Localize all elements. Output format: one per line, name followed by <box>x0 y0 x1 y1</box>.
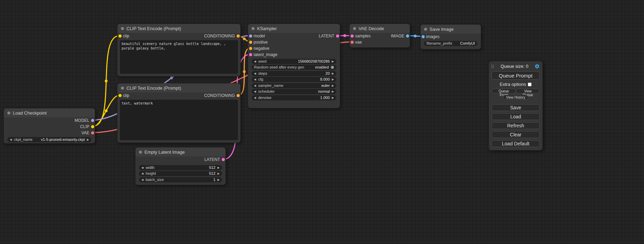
latent-output-dot[interactable] <box>336 35 339 38</box>
scheduler-widget[interactable]: ◀ scheduler normal ▶ <box>252 89 336 94</box>
width-widget[interactable]: ◀ width 512 ▶ <box>139 165 222 170</box>
sampler-name-widget[interactable]: ◀ sampler_name euler ▶ <box>252 83 336 88</box>
queue-front-button[interactable]: Queue Front <box>492 89 516 93</box>
vae-input-dot[interactable] <box>351 41 354 44</box>
input-slot-images: images <box>421 34 481 40</box>
collapse-dot-icon[interactable] <box>139 151 142 154</box>
prev-arrow-icon[interactable]: ◀ <box>10 137 12 142</box>
node-clip-text-encode-positive[interactable]: CLIP Text Encode (Prompt) clip CONDITION… <box>117 24 241 76</box>
node-clip-text-encode-negative[interactable]: CLIP Text Encode (Prompt) clip CONDITION… <box>117 83 241 143</box>
increment-arrow-icon[interactable]: ▶ <box>218 177 220 182</box>
widget-label: width <box>145 165 155 170</box>
widget-value: 20 <box>326 71 330 76</box>
increment-arrow-icon[interactable]: ▶ <box>218 171 220 176</box>
prompt-textarea[interactable]: text, watermark <box>120 100 238 140</box>
decrement-arrow-icon[interactable]: ◀ <box>141 171 143 176</box>
toggle-dot-icon[interactable] <box>331 66 334 69</box>
node-save-image[interactable]: Save Image images filename_prefix ComfyU… <box>420 24 481 49</box>
node-load-checkpoint[interactable]: Load Checkpoint MODEL CLIP VAE ◀ ckpt_na… <box>3 108 95 144</box>
latent-output-dot[interactable] <box>222 158 225 161</box>
clear-button[interactable]: Clear <box>492 131 540 138</box>
batch-size-widget[interactable]: ◀ batch_size 1 ▶ <box>139 177 222 182</box>
next-arrow-icon[interactable]: ▶ <box>332 83 334 88</box>
collapse-dot-icon[interactable] <box>424 28 427 31</box>
decrement-arrow-icon[interactable]: ◀ <box>254 59 256 64</box>
node-header[interactable]: Load Checkpoint <box>4 108 95 117</box>
height-widget[interactable]: ◀ height 512 ▶ <box>139 171 222 176</box>
decrement-arrow-icon[interactable]: ◀ <box>254 77 256 82</box>
node-header[interactable]: VAE Decode <box>350 24 410 33</box>
load-button[interactable]: Load <box>492 113 540 120</box>
node-header[interactable]: Empty Latent Image <box>135 147 226 156</box>
save-button[interactable]: Save <box>492 104 540 111</box>
input-label: negative <box>254 46 269 51</box>
conditioning-output-dot[interactable] <box>237 35 240 38</box>
node-vae-decode[interactable]: VAE Decode samples IMAGE vae <box>349 24 410 48</box>
collapse-dot-icon[interactable] <box>7 111 10 115</box>
images-input-dot[interactable] <box>422 35 425 38</box>
next-arrow-icon[interactable]: ▶ <box>332 89 334 94</box>
denoise-widget[interactable]: ◀ denoise 1.000 ▶ <box>252 95 336 100</box>
filename-prefix-widget[interactable]: filename_prefix ComfyUI <box>424 41 477 46</box>
node-empty-latent-image[interactable]: Empty Latent Image LATENT ◀ width 512 ▶ … <box>135 147 226 185</box>
node-header[interactable]: KSampler <box>248 24 340 33</box>
collapse-dot-icon[interactable] <box>121 27 124 30</box>
load-default-button[interactable]: Load Default <box>492 140 540 147</box>
increment-arrow-icon[interactable]: ▶ <box>332 59 334 64</box>
collapse-dot-icon[interactable] <box>252 27 255 30</box>
extra-options-checkbox[interactable] <box>528 83 531 86</box>
node-title: VAE Decode <box>359 26 384 31</box>
decrement-arrow-icon[interactable]: ◀ <box>141 177 143 182</box>
prev-arrow-icon[interactable]: ◀ <box>254 83 256 88</box>
collapse-dot-icon[interactable] <box>121 87 124 90</box>
random-seed-toggle-widget[interactable]: Random seed after every gen enabled <box>252 65 336 70</box>
vae-output-dot[interactable] <box>91 132 94 135</box>
increment-arrow-icon[interactable]: ▶ <box>332 71 334 76</box>
node-ksampler[interactable]: KSampler model LATENT positive negative … <box>248 24 340 108</box>
output-label: CLIP <box>80 124 89 129</box>
negative-input-dot[interactable] <box>249 47 252 50</box>
widget-value: enabled <box>315 65 329 70</box>
steps-widget[interactable]: ◀ steps 20 ▶ <box>252 71 336 76</box>
refresh-button[interactable]: Refresh <box>492 122 540 129</box>
increment-arrow-icon[interactable]: ▶ <box>332 77 334 82</box>
model-output-dot[interactable] <box>91 119 94 122</box>
samples-input-dot[interactable] <box>351 35 354 38</box>
model-input-dot[interactable] <box>249 35 252 38</box>
prompt-textarea[interactable]: beautiful scenery nature glass bottle la… <box>120 40 238 74</box>
clip-input-dot[interactable] <box>118 94 122 97</box>
decrement-arrow-icon[interactable]: ◀ <box>254 71 256 76</box>
drag-handle-icon[interactable] <box>492 64 494 69</box>
extra-options-row: Extra options <box>492 82 540 87</box>
output-slot-clip: CLIP <box>4 124 95 130</box>
decrement-arrow-icon[interactable]: ◀ <box>141 165 143 170</box>
seed-widget[interactable]: ◀ seed 156680208700286 ▶ <box>252 59 336 64</box>
decrement-arrow-icon[interactable]: ◀ <box>254 95 256 100</box>
ckpt-name-widget[interactable]: ◀ ckpt_name v1-5-pruned-emaonly.ckpt ▶ <box>7 137 91 142</box>
node-header[interactable]: CLIP Text Encode (Prompt) <box>117 83 240 92</box>
widget-label: denoise <box>258 95 272 100</box>
node-header[interactable]: CLIP Text Encode (Prompt) <box>117 24 240 33</box>
widget-value: 8.000 <box>320 77 330 82</box>
increment-arrow-icon[interactable]: ▶ <box>332 95 334 100</box>
output-slot-latent: LATENT <box>135 156 226 163</box>
collapse-dot-icon[interactable] <box>353 27 356 30</box>
input-label: samples <box>355 34 371 38</box>
clip-output-dot[interactable] <box>91 125 94 128</box>
conditioning-output-dot[interactable] <box>237 94 240 97</box>
latent-image-input-dot[interactable] <box>249 53 252 56</box>
queue-prompt-button[interactable]: Queue Prompt <box>492 71 540 80</box>
node-graph-canvas[interactable]: Load Checkpoint MODEL CLIP VAE ◀ ckpt_na… <box>0 0 644 244</box>
view-history-button[interactable]: View History <box>503 95 528 100</box>
prev-arrow-icon[interactable]: ◀ <box>254 89 256 94</box>
positive-input-dot[interactable] <box>249 41 252 44</box>
clip-input-dot[interactable] <box>118 35 122 38</box>
image-output-dot[interactable] <box>406 35 409 38</box>
widget-label: cfg <box>258 77 263 82</box>
settings-gear-icon[interactable] <box>535 64 540 69</box>
view-queue-button[interactable]: View Queue <box>516 89 540 93</box>
increment-arrow-icon[interactable]: ▶ <box>218 165 220 170</box>
next-arrow-icon[interactable]: ▶ <box>87 137 89 142</box>
cfg-widget[interactable]: ◀ cfg 8.000 ▶ <box>252 77 336 82</box>
node-header[interactable]: Save Image <box>421 25 481 34</box>
